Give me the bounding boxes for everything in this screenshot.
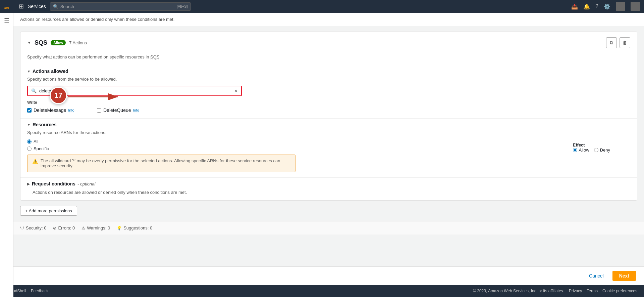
actions-subtext: Specify actions from the service to be a… — [27, 77, 630, 82]
effect-label: Effect — [573, 142, 610, 147]
nav-icon-group: 📥 🔔 ? ⚙️ — [571, 2, 640, 11]
search-shortcut: [Alt+S] — [177, 4, 188, 8]
search-input[interactable] — [60, 4, 175, 9]
sqs-policy-card: ▼ SQS Allow 7 Actions ⧉ 🗑 Specify what a… — [20, 32, 637, 201]
actions-allowed-label: Actions allowed — [33, 69, 68, 74]
security-stat: 🛡 Security: 0 — [20, 225, 46, 230]
bottom-stats-bar: 🛡 Security: 0 ⊘ Errors: 0 ⚠ Warnings: 0 … — [13, 221, 644, 235]
request-cond-chevron: ▶ — [27, 182, 30, 186]
request-cond-desc: Actions on resources are allowed or deni… — [20, 190, 637, 200]
warning-text: The all wildcard '*' may be overly permi… — [41, 158, 290, 168]
security-label: Security: 0 — [26, 225, 46, 230]
actions-count: 7 Actions — [69, 40, 87, 45]
bell-icon[interactable]: 🔔 — [583, 3, 590, 10]
errors-label: Errors: 0 — [58, 225, 75, 230]
sqs-collapse-chevron[interactable]: ▼ — [27, 40, 31, 45]
resource-all-radio[interactable] — [27, 139, 32, 144]
sqs-description: Specify what actions can be performed on… — [20, 51, 637, 65]
services-link[interactable]: Services — [28, 4, 46, 9]
write-group: Write DeleteMessage Info DeleteQueue Inf… — [27, 100, 630, 113]
top-conditions-bar: Actions on resources are allowed or deni… — [13, 13, 644, 26]
resource-radio-group: All Specific — [27, 139, 630, 151]
resource-all-label: All — [34, 139, 38, 144]
delete-button[interactable]: 🗑 — [620, 37, 630, 48]
resources-subtext: Specify resource ARNs for these actions. — [27, 130, 630, 135]
user-avatar[interactable] — [616, 2, 625, 11]
security-icon: 🛡 — [20, 226, 24, 230]
next-button[interactable]: Next — [612, 271, 636, 281]
add-permissions-button[interactable]: + Add more permissions — [20, 206, 77, 216]
clear-search-icon[interactable]: ✕ — [234, 88, 238, 93]
suggestions-stat: 💡 Suggestions: 0 — [117, 225, 152, 230]
resource-all-option[interactable]: All — [27, 139, 630, 144]
delete-message-item: DeleteMessage Info — [27, 108, 94, 113]
action-search-icon: 🔍 — [31, 88, 37, 93]
resources-section: ▼ Resources Specify resource ARNs for th… — [20, 119, 637, 177]
write-label: Write — [27, 100, 630, 105]
delete-message-info[interactable]: Info — [68, 108, 74, 112]
suggestions-label: Suggestions: 0 — [123, 225, 152, 230]
resources-label: Resources — [33, 122, 57, 127]
effect-allow-option[interactable]: Allow — [573, 147, 589, 153]
search-bar[interactable]: 🔍 [Alt+S] — [50, 2, 191, 11]
delete-queue-item: DeleteQueue Info — [97, 108, 164, 113]
search-icon: 🔍 — [53, 4, 58, 9]
copyright-text: © 2023, Amazon Web Services, Inc. or its… — [473, 289, 564, 293]
svg-text:aws: aws — [4, 6, 9, 9]
delete-queue-info[interactable]: Info — [133, 108, 139, 112]
actions-allowed-section: ▼ Actions allowed Specify actions from t… — [20, 65, 637, 118]
privacy-link[interactable]: Privacy — [569, 289, 582, 293]
page-footer: CloudShell Feedback © 2023, Amazon Web S… — [0, 285, 644, 297]
sqs-action-buttons: ⧉ 🗑 — [606, 37, 630, 48]
effect-options: Allow Deny — [573, 147, 610, 153]
errors-icon: ⊘ — [53, 226, 56, 230]
warning-icon: ⚠️ — [32, 159, 38, 164]
suggestions-icon: 💡 — [117, 226, 122, 230]
hamburger-icon[interactable]: ☰ — [4, 17, 9, 24]
account-badge[interactable] — [631, 2, 640, 11]
delete-message-label: DeleteMessage — [34, 108, 66, 113]
sqs-link[interactable]: SQS — [150, 54, 159, 59]
action-search-input[interactable] — [39, 88, 231, 93]
request-conditions-section: ▶ Request conditions - optional Actions … — [20, 178, 637, 200]
delete-queue-checkbox[interactable] — [97, 108, 101, 113]
request-cond-label: Request conditions — [32, 181, 75, 186]
effect-panel: Effect Allow Deny — [573, 142, 610, 153]
cookie-preferences-link[interactable]: Cookie preferences — [602, 289, 637, 293]
resource-specific-option[interactable]: Specific — [27, 146, 630, 151]
conditions-text: Actions on resources are allowed or deni… — [20, 17, 174, 22]
resources-chevron: ▼ — [27, 123, 31, 127]
action-bar: Cancel Next — [13, 266, 644, 285]
checkbox-row: DeleteMessage Info DeleteQueue Info — [27, 108, 630, 113]
inbox-icon[interactable]: 📥 — [571, 3, 578, 10]
main-wrapper: 17 Actions on resources are allowed or d… — [13, 13, 644, 297]
aws-logo[interactable]: aws — [4, 3, 15, 10]
grid-icon[interactable]: ⊞ — [19, 3, 24, 10]
annotation-arrow — [68, 93, 121, 100]
feedback-link[interactable]: Feedback — [31, 289, 49, 293]
optional-label: - optional — [77, 181, 95, 186]
duplicate-button[interactable]: ⧉ — [606, 37, 617, 48]
footer-right: © 2023, Amazon Web Services, Inc. or its… — [473, 289, 637, 293]
sqs-title: SQS — [35, 39, 47, 46]
delete-message-checkbox[interactable] — [27, 108, 32, 113]
warnings-icon: ⚠ — [82, 226, 85, 230]
warnings-stat: ⚠ Warnings: 0 — [82, 225, 110, 230]
delete-queue-label: DeleteQueue — [103, 108, 131, 113]
effect-allow-label: Allow — [579, 147, 589, 153]
help-icon[interactable]: ? — [595, 3, 598, 9]
allow-badge: Allow — [51, 40, 66, 45]
cancel-button[interactable]: Cancel — [584, 271, 609, 281]
resources-header[interactable]: ▼ Resources — [27, 119, 630, 130]
sqs-header: ▼ SQS Allow 7 Actions ⧉ 🗑 — [20, 32, 637, 51]
effect-allow-radio[interactable] — [573, 148, 577, 152]
effect-deny-option[interactable]: Deny — [594, 147, 610, 153]
annotation-17: 17 — [50, 87, 67, 104]
resource-specific-radio[interactable] — [27, 146, 32, 151]
effect-deny-radio[interactable] — [594, 148, 598, 152]
request-conditions-header[interactable]: ▶ Request conditions - optional — [20, 178, 637, 190]
actions-allowed-header[interactable]: ▼ Actions allowed — [27, 65, 630, 77]
sidebar: ☰ — [0, 13, 13, 297]
terms-link[interactable]: Terms — [587, 289, 598, 293]
settings-icon[interactable]: ⚙️ — [604, 3, 610, 10]
